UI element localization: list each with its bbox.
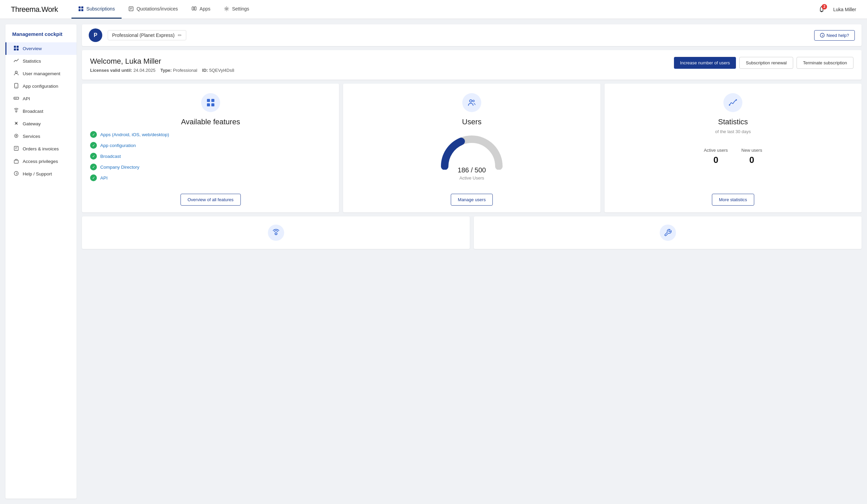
logo-suffix: Work <box>41 5 58 13</box>
sidebar-item-orders[interactable]: Orders & invoices <box>6 142 76 155</box>
active-users-value: 0 <box>704 155 728 165</box>
help-circle-icon: ? <box>820 33 825 37</box>
svg-point-39 <box>736 99 737 100</box>
svg-rect-27 <box>14 160 18 163</box>
svg-point-40 <box>275 233 277 235</box>
check-icon: ✓ <box>90 131 97 138</box>
content-area: P Professional (Planet Express) ✏ ? Need… <box>82 24 861 498</box>
feature-item-broadcast[interactable]: ✓ Broadcast <box>90 151 331 162</box>
sidebar-item-orders-label: Orders & invoices <box>23 146 59 151</box>
more-statistics-button[interactable]: More statistics <box>712 194 754 206</box>
subscription-avatar: P <box>89 29 102 42</box>
manage-users-button[interactable]: Manage users <box>451 194 493 206</box>
feature-item-apps[interactable]: ✓ Apps (Android, iOS, web/desktop) <box>90 129 331 140</box>
check-icon: ✓ <box>90 164 97 170</box>
quotations-icon <box>128 6 134 11</box>
gauge-value: 186 / 500 <box>458 166 486 174</box>
overview-features-button[interactable]: Overview of all features <box>181 194 241 206</box>
statistics-icon <box>13 58 19 64</box>
wrench-icon <box>664 229 672 237</box>
sidebar-item-help[interactable]: ? Help / Support <box>6 168 76 180</box>
need-help-button[interactable]: ? Need help? <box>814 30 855 41</box>
svg-rect-35 <box>211 103 214 106</box>
services-card-icon <box>660 225 676 241</box>
overview-icon <box>13 45 19 52</box>
statistics-card: Statistics of the last 30 days Active us… <box>604 84 861 212</box>
increase-users-button[interactable]: Increase number of users <box>674 57 736 69</box>
sidebar-item-user-management-label: User management <box>23 71 60 76</box>
sidebar-item-broadcast-label: Broadcast <box>23 109 43 114</box>
svg-rect-13 <box>14 49 16 51</box>
sidebar: Management cockpit Overview Statistics <box>6 24 76 498</box>
terminate-subscription-button[interactable]: Terminate subscription <box>796 57 854 69</box>
sidebar-title: Management cockpit <box>6 31 76 42</box>
svg-text:?: ? <box>15 172 18 175</box>
svg-rect-32 <box>207 99 210 102</box>
users-card-icon <box>462 93 481 112</box>
sidebar-item-api-label: API <box>23 96 30 101</box>
gauge-chart <box>438 132 506 170</box>
statistics-card-title: Statistics <box>718 118 748 126</box>
sidebar-item-gateway[interactable]: Gateway <box>6 118 76 130</box>
logo: Threema.Work <box>11 5 58 14</box>
tab-quotations[interactable]: Quotations/invoices <box>121 0 184 19</box>
tab-settings[interactable]: Settings <box>217 0 256 19</box>
check-icon: ✓ <box>90 153 97 160</box>
top-navigation: Threema.Work Subscriptions Quotations/in… <box>0 0 867 19</box>
welcome-actions: Increase number of users Subscription re… <box>674 57 854 69</box>
feature-item-api[interactable]: ✓ API <box>90 172 331 183</box>
access-icon <box>13 158 19 164</box>
sidebar-item-app-config[interactable]: App configuration <box>6 80 76 93</box>
sidebar-item-access[interactable]: Access privileges <box>6 155 76 168</box>
svg-rect-8 <box>194 7 196 10</box>
active-users-label: Active users <box>704 148 728 153</box>
services-partial-card <box>474 216 861 249</box>
tab-apps-label: Apps <box>200 6 210 11</box>
statistics-card-icon <box>724 93 742 112</box>
nav-right: 2 Luka Miller <box>815 3 856 15</box>
welcome-section: Welcome, Luka Miller Licenses valid unti… <box>82 50 861 79</box>
settings-icon <box>224 6 229 11</box>
sidebar-item-broadcast[interactable]: Broadcast <box>6 105 76 118</box>
new-users-label: New users <box>741 148 762 153</box>
feature-item-app-config[interactable]: ✓ App configuration <box>90 140 331 151</box>
tab-subscriptions[interactable]: Subscriptions <box>72 0 121 19</box>
welcome-header: Welcome, Luka Miller Licenses valid unti… <box>90 57 854 73</box>
subscription-renewal-button[interactable]: Subscription renewal <box>739 57 793 69</box>
tab-quotations-label: Quotations/invoices <box>137 6 178 11</box>
notification-badge: 2 <box>822 4 827 10</box>
active-users-stat: Active users 0 <box>704 148 728 165</box>
svg-rect-4 <box>129 7 133 11</box>
svg-rect-11 <box>14 46 16 48</box>
user-name[interactable]: Luka Miller <box>833 7 856 12</box>
sidebar-item-user-management[interactable]: User management <box>6 67 76 80</box>
gateway-icon <box>13 120 19 127</box>
sidebar-item-statistics-label: Statistics <box>23 58 41 64</box>
features-card-title: Available features <box>181 118 240 126</box>
welcome-info: Welcome, Luka Miller Licenses valid unti… <box>90 57 234 73</box>
broadcast-partial-card <box>82 216 470 249</box>
sidebar-item-overview[interactable]: Overview <box>6 42 76 55</box>
welcome-meta: Licenses valid until: 24.04.2025 Type: P… <box>90 68 234 73</box>
tab-subscriptions-label: Subscriptions <box>86 6 115 11</box>
sidebar-item-overview-label: Overview <box>23 46 42 51</box>
subscription-name-box[interactable]: Professional (Planet Express) ✏ <box>108 30 186 40</box>
nav-tabs: Subscriptions Quotations/invoices Apps S… <box>72 0 815 19</box>
sidebar-item-app-config-label: App configuration <box>23 84 58 89</box>
feature-item-company-directory[interactable]: ✓ Company Directory <box>90 162 331 172</box>
tab-apps[interactable]: Apps <box>184 0 217 19</box>
svg-rect-3 <box>81 9 83 11</box>
sidebar-item-api[interactable]: API API <box>6 93 76 105</box>
notifications-button[interactable]: 2 <box>815 3 828 15</box>
tab-settings-label: Settings <box>232 6 249 11</box>
features-card-icon <box>201 93 220 112</box>
sidebar-item-services[interactable]: Services <box>6 130 76 142</box>
gauge-label: Active Users <box>460 175 484 181</box>
edit-icon[interactable]: ✏ <box>178 33 182 38</box>
sidebar-item-access-label: Access privileges <box>23 159 58 164</box>
available-features-card: Available features ✓ Apps (Android, iOS,… <box>82 84 339 212</box>
svg-point-23 <box>15 135 17 137</box>
sidebar-item-statistics[interactable]: Statistics <box>6 55 76 67</box>
broadcast-icon <box>13 108 19 115</box>
stats-grid: Active users 0 New users 0 <box>704 148 762 165</box>
